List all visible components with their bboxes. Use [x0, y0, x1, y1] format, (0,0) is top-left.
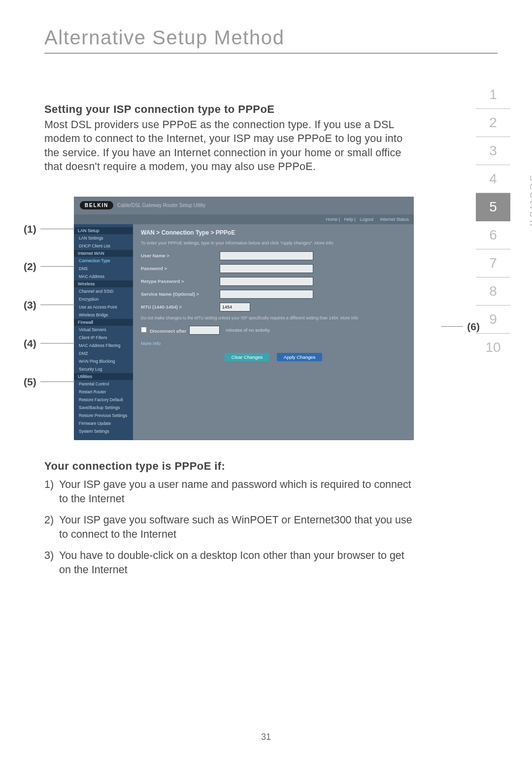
label-retype: Retype Password >	[141, 278, 220, 284]
callout-5-label: (5)	[24, 376, 36, 388]
button-row: Clear Changes Apply Changes	[141, 353, 406, 361]
router-title: Cable/DSL Gateway Router Setup Utility	[117, 203, 205, 208]
page-number: 31	[0, 732, 532, 742]
list-text: Your ISP gave you software such as WinPO…	[59, 513, 419, 542]
section-7[interactable]: 7	[476, 249, 510, 277]
side-grp-firewall: Firewall	[74, 319, 133, 326]
section-1[interactable]: 1	[476, 81, 510, 109]
section-4[interactable]: 4	[476, 165, 510, 193]
field-disconnect: Disconnect after minutes of no activity.	[141, 326, 406, 335]
input-password[interactable]	[220, 264, 313, 273]
side-grp-wireless: Wireless	[74, 280, 133, 287]
side-item[interactable]: Security Log	[74, 365, 133, 373]
breadcrumb: WAN > Connection Type > PPPoE	[141, 229, 406, 236]
section-6[interactable]: 6	[476, 221, 510, 249]
side-item[interactable]: Use as Access Point	[74, 303, 133, 311]
sublink-logout[interactable]: Logout	[360, 217, 373, 222]
list-num: 2)	[44, 513, 59, 542]
callout-5: (5)	[24, 376, 75, 388]
section-label: section	[527, 175, 532, 229]
sublink-home[interactable]: Home	[326, 217, 337, 222]
side-item[interactable]: Save/Backup Settings	[74, 404, 133, 412]
input-retype[interactable]	[220, 277, 313, 286]
clear-button[interactable]: Clear Changes	[225, 353, 269, 361]
field-service: Service Name (Optional) >	[141, 290, 406, 299]
field-mtu: MTU (1440-1454) >	[141, 303, 406, 311]
field-username: User Name >	[141, 251, 406, 260]
page-title: Alternative Setup Method	[44, 27, 498, 54]
field-retype: Retype Password >	[141, 277, 406, 286]
field-password: Password >	[141, 264, 406, 273]
label-service: Service Name (Optional) >	[141, 291, 220, 297]
mtu-note: Do not make changes to the MTU setting u…	[141, 315, 406, 321]
callout-6: (6)	[441, 321, 480, 333]
side-item[interactable]: Encryption	[74, 295, 133, 303]
side-item[interactable]: DNS	[74, 265, 133, 273]
label-disconnect-text: Disconnect after	[150, 328, 186, 334]
section-10[interactable]: 10	[476, 334, 510, 361]
label-username: User Name >	[141, 253, 220, 258]
side-item[interactable]: Restore Previous Settings	[74, 412, 133, 419]
side-item[interactable]: Connection Type	[74, 257, 133, 265]
side-item[interactable]: Firmware Update	[74, 419, 133, 427]
side-item[interactable]: LAN Settings	[74, 234, 133, 242]
sublink-help[interactable]: Help	[344, 217, 354, 222]
section-2[interactable]: 2	[476, 109, 510, 137]
side-item[interactable]: Restore Factory Default	[74, 396, 133, 404]
router-ui: BELKIN Cable/DSL Gateway Router Setup Ut…	[74, 197, 414, 440]
input-disconnect-minutes[interactable]	[189, 326, 220, 335]
input-username[interactable]	[220, 251, 313, 260]
label-disconnect: Disconnect after	[141, 327, 186, 334]
section-3[interactable]: 3	[476, 137, 510, 165]
side-item[interactable]: WAN Ping Blocking	[74, 357, 133, 365]
more-info-link[interactable]: More Info	[141, 341, 161, 346]
side-item[interactable]: System Settings	[74, 427, 133, 435]
section-9[interactable]: 9	[476, 306, 510, 334]
side-grp-wan: Internet WAN	[74, 250, 133, 257]
list-item: 1) Your ISP gave you a user name and pas…	[44, 478, 419, 506]
side-grp-utilities: Utilities	[74, 373, 133, 380]
section-heading: Setting your ISP connection type to PPPo…	[44, 103, 419, 116]
list-item: 3) You have to double-click on a desktop…	[44, 549, 419, 577]
input-mtu[interactable]	[220, 303, 250, 311]
list-num: 3)	[44, 549, 59, 577]
list-item: 2) Your ISP gave you software such as Wi…	[44, 513, 419, 542]
router-main-panel: WAN > Connection Type > PPPoE To enter y…	[133, 224, 414, 440]
router-topbar: BELKIN Cable/DSL Gateway Router Setup Ut…	[74, 197, 414, 214]
section-5[interactable]: 5	[476, 193, 510, 221]
checkbox-disconnect[interactable]	[141, 327, 147, 333]
side-item[interactable]: Wireless Bridge	[74, 311, 133, 319]
side-grp-lan: LAN Setup	[74, 227, 133, 234]
side-item[interactable]: Virtual Servers	[74, 326, 133, 334]
router-sidebar: LAN Setup LAN Settings DHCP Client List …	[74, 224, 133, 440]
apply-button[interactable]: Apply Changes	[277, 353, 322, 361]
side-item[interactable]: Parental Control	[74, 380, 133, 388]
side-item[interactable]: Restart Router	[74, 388, 133, 396]
label-mtu: MTU (1440-1454) >	[141, 304, 220, 310]
input-service[interactable]	[220, 290, 313, 299]
list-num: 1)	[44, 478, 59, 506]
callout-3-label: (3)	[24, 299, 36, 311]
callout-2-label: (2)	[24, 261, 36, 273]
list-text: Your ISP gave you a user name and passwo…	[59, 478, 419, 506]
side-item[interactable]: DMZ	[74, 349, 133, 357]
list-text: You have to double-click on a desktop Ic…	[59, 549, 419, 577]
callout-1-label: (1)	[24, 223, 36, 235]
side-item[interactable]: Client IP Filters	[74, 334, 133, 342]
side-item[interactable]: MAC Address Filtering	[74, 342, 133, 349]
section-nav: 1 2 3 4 5 6 7 8 9 10	[476, 81, 510, 361]
side-item[interactable]: Channel and SSID	[74, 287, 133, 295]
callout-4: (4)	[24, 338, 75, 349]
sub-heading: Your connection type is PPPoE if:	[44, 460, 419, 473]
callout-3: (3)	[24, 299, 75, 311]
side-item[interactable]: DHCP Client List	[74, 242, 133, 250]
label-password: Password >	[141, 266, 220, 271]
sublink-status[interactable]: Internet Status	[380, 217, 409, 222]
section-8[interactable]: 8	[476, 277, 510, 306]
router-sublinks: Home | Help | Logout Internet Status	[74, 214, 414, 224]
callout-2: (2)	[24, 261, 75, 273]
label-disconnect-after: minutes of no activity.	[226, 327, 270, 333]
side-item[interactable]: MAC Address	[74, 273, 133, 280]
callout-1: (1)	[24, 223, 75, 235]
brand-logo: BELKIN	[80, 201, 113, 209]
